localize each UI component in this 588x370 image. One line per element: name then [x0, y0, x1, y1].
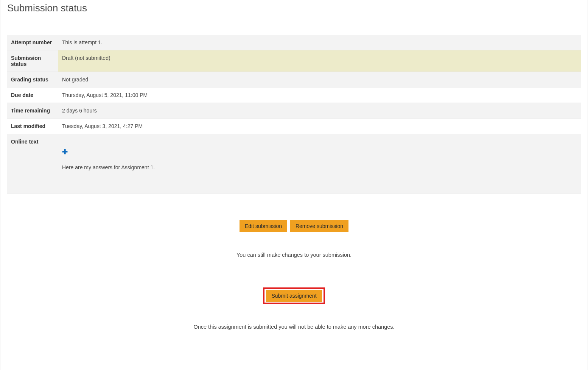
time-remaining-label: Time remaining [7, 103, 58, 119]
submission-status-value: Draft (not submitted) [58, 50, 581, 72]
edit-hint-text: You can still make changes to your submi… [7, 252, 581, 258]
submission-status-table: Attempt number This is attempt 1. Submis… [7, 35, 581, 194]
action-buttons: Edit submission Remove submission [7, 220, 581, 232]
submit-assignment-button[interactable]: Submit assignment [266, 290, 322, 302]
row-time-remaining: Time remaining 2 days 6 hours [7, 103, 581, 119]
grading-status-label: Grading status [7, 72, 58, 87]
due-date-value: Thursday, August 5, 2021, 11:00 PM [58, 87, 581, 103]
submit-section: Submit assignment [7, 287, 581, 304]
time-remaining-value: 2 days 6 hours [58, 103, 581, 119]
expand-plus-icon[interactable]: ✚ [62, 148, 577, 155]
row-attempt: Attempt number This is attempt 1. [7, 35, 581, 50]
row-due-date: Due date Thursday, August 5, 2021, 11:00… [7, 87, 581, 103]
main-container: Submission status Attempt number This is… [0, 0, 588, 370]
row-grading-status: Grading status Not graded [7, 72, 581, 87]
remove-submission-button[interactable]: Remove submission [290, 220, 348, 232]
attempt-number-label: Attempt number [7, 35, 58, 50]
final-note-text: Once this assignment is submitted you wi… [7, 324, 581, 330]
online-text-value: Here are my answers for Assignment 1. [62, 164, 155, 170]
last-modified-label: Last modified [7, 119, 58, 134]
page-title: Submission status [7, 0, 581, 14]
last-modified-value: Tuesday, August 3, 2021, 4:27 PM [58, 119, 581, 134]
due-date-label: Due date [7, 87, 58, 103]
submission-status-label: Submission status [7, 50, 58, 72]
grading-status-value: Not graded [58, 72, 581, 87]
row-last-modified: Last modified Tuesday, August 3, 2021, 4… [7, 119, 581, 134]
row-online-text: Online text ✚ Here are my answers for As… [7, 134, 581, 194]
attempt-number-value: This is attempt 1. [58, 35, 581, 50]
submit-highlight-box: Submit assignment [263, 287, 325, 304]
row-submission-status: Submission status Draft (not submitted) [7, 50, 581, 72]
edit-submission-button[interactable]: Edit submission [240, 220, 287, 232]
online-text-label: Online text [7, 134, 58, 194]
online-text-cell: ✚ Here are my answers for Assignment 1. [58, 134, 581, 194]
